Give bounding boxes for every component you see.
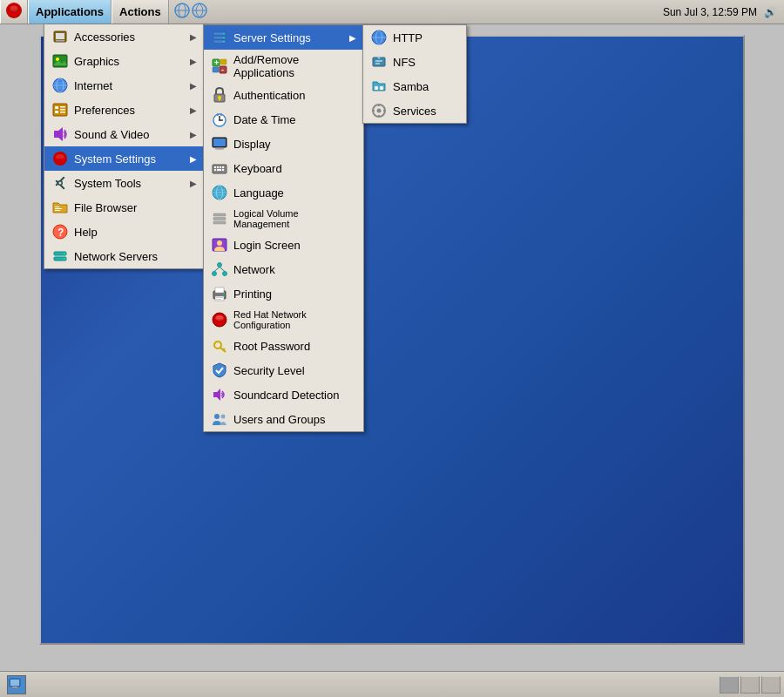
menu-item-preferences[interactable]: Preferences ▶ xyxy=(44,98,204,122)
submenu-item-lvm[interactable]: Logical Volume Management xyxy=(204,205,363,233)
services-icon xyxy=(370,102,388,119)
pager-btn-2[interactable] xyxy=(740,676,760,694)
svg-rect-29 xyxy=(57,159,63,163)
submenu-item-security-level[interactable]: Security Level xyxy=(204,358,363,382)
svg-rect-35 xyxy=(55,208,62,209)
svg-rect-113 xyxy=(375,86,378,90)
menu-item-file-browser[interactable]: File Browser xyxy=(44,195,204,220)
samba-icon xyxy=(370,78,388,95)
svg-rect-71 xyxy=(220,166,221,168)
add-remove-icon: + - xyxy=(211,58,228,75)
actions-menu-btn[interactable]: Actions xyxy=(112,0,169,24)
redhat-icon-btn[interactable] xyxy=(0,0,28,24)
svg-point-104 xyxy=(214,414,220,419)
nfs-icon xyxy=(370,53,388,71)
svg-rect-95 xyxy=(216,299,221,300)
submenu-item-redhat-network[interactable]: Red Hat Network Configuration xyxy=(204,306,363,334)
system-settings-icon xyxy=(51,150,69,167)
svg-rect-34 xyxy=(55,206,59,207)
submenu-item-root-password[interactable]: Root Password xyxy=(204,334,363,358)
svg-point-42 xyxy=(64,258,65,260)
language-label: Language xyxy=(233,186,356,200)
keyboard-icon xyxy=(211,159,228,177)
svg-rect-114 xyxy=(380,86,383,90)
svg-rect-123 xyxy=(12,687,17,687)
svg-point-85 xyxy=(217,240,222,246)
login-screen-icon xyxy=(211,236,228,254)
applications-dropdown: Accessories ▶ Graphics ▶ Internet ▶ xyxy=(44,24,205,269)
system-settings-submenu: Server Settings ▶ + - Add/Remove Applica… xyxy=(203,24,364,432)
menu-item-system-settings[interactable]: System Settings ▶ xyxy=(44,146,204,171)
svg-point-96 xyxy=(223,293,225,294)
preferences-arrow: ▶ xyxy=(190,105,197,115)
submenu-item-printing[interactable]: Printing xyxy=(204,281,363,306)
lvm-label: Logical Volume Management xyxy=(233,208,356,229)
taskbar-left: Applications Actions xyxy=(0,0,213,24)
network-servers-label: Network Servers xyxy=(74,250,197,263)
root-password-icon xyxy=(211,337,228,355)
submenu-item-language[interactable]: Language xyxy=(204,180,363,205)
server-item-services[interactable]: Services xyxy=(363,98,466,123)
globe-icon-1 xyxy=(174,3,190,21)
submenu-item-keyboard[interactable]: Keyboard xyxy=(204,156,363,180)
submenu-item-users-groups[interactable]: Users and Groups xyxy=(204,407,363,431)
system-settings-arrow: ▶ xyxy=(190,154,197,164)
menu-item-network-servers[interactable]: Network Servers xyxy=(44,244,204,268)
menu-item-internet[interactable]: Internet ▶ xyxy=(44,73,204,98)
svg-marker-103 xyxy=(213,389,220,401)
menu-item-sound-video[interactable]: Sound & Video ▶ xyxy=(44,122,204,146)
svg-rect-74 xyxy=(217,169,221,171)
submenu-item-server-settings[interactable]: Server Settings ▶ xyxy=(204,25,363,50)
svg-rect-23 xyxy=(60,106,65,108)
svg-point-99 xyxy=(216,315,223,319)
preferences-label: Preferences xyxy=(74,104,185,117)
svg-rect-66 xyxy=(217,147,222,149)
applications-menu-btn[interactable]: Applications xyxy=(28,0,112,24)
svg-line-102 xyxy=(223,348,225,350)
submenu-item-soundcard[interactable]: Soundcard Detection xyxy=(204,382,363,407)
login-screen-label: Login Screen xyxy=(233,239,356,252)
submenu-item-login-screen[interactable]: Login Screen xyxy=(204,233,363,257)
submenu-item-authentication[interactable]: Authentication xyxy=(204,83,363,107)
svg-point-116 xyxy=(377,109,382,113)
svg-rect-10 xyxy=(56,33,64,39)
svg-rect-72 xyxy=(222,166,224,168)
lvm-icon xyxy=(211,210,228,227)
internet-arrow: ▶ xyxy=(190,81,197,91)
pager-btn-1[interactable] xyxy=(720,676,739,694)
server-item-samba[interactable]: Samba xyxy=(363,74,466,98)
submenu-item-date-time[interactable]: Date & Time xyxy=(204,107,363,132)
svg-line-89 xyxy=(214,267,220,272)
submenu-item-display[interactable]: Display xyxy=(204,132,363,156)
nfs-label: NFS xyxy=(393,56,459,69)
svg-rect-63 xyxy=(220,113,222,116)
menu-item-accessories[interactable]: Accessories ▶ xyxy=(44,24,204,49)
server-item-http[interactable]: HTTP xyxy=(363,25,466,50)
server-item-nfs[interactable]: NFS xyxy=(363,50,466,74)
network-label: Network xyxy=(233,263,356,276)
pager-btn-3[interactable] xyxy=(761,676,781,694)
svg-rect-94 xyxy=(216,297,223,298)
svg-rect-122 xyxy=(10,680,19,686)
submenu-item-add-remove[interactable]: + - Add/Remove Applications xyxy=(204,50,363,83)
graphics-arrow: ▶ xyxy=(190,57,197,66)
svg-rect-24 xyxy=(60,109,65,111)
menu-item-system-tools[interactable]: System Tools ▶ xyxy=(44,171,204,195)
svg-rect-53 xyxy=(213,67,219,72)
taskbar-computer-icon[interactable] xyxy=(7,675,26,694)
services-label: Services xyxy=(393,105,459,118)
help-label: Help xyxy=(74,226,197,239)
svg-rect-67 xyxy=(215,149,224,150)
sound-video-arrow: ▶ xyxy=(190,130,197,139)
svg-rect-124 xyxy=(10,687,19,688)
svg-rect-83 xyxy=(213,221,226,224)
svg-rect-54 xyxy=(220,59,226,64)
date-time-icon xyxy=(211,111,228,128)
menu-item-help[interactable]: ? Help xyxy=(44,220,204,244)
svg-point-46 xyxy=(223,33,225,35)
samba-label: Samba xyxy=(393,80,459,93)
accessories-arrow: ▶ xyxy=(190,32,197,42)
submenu-item-network[interactable]: Network xyxy=(204,257,363,281)
server-settings-submenu: HTTP NFS Samba xyxy=(362,24,467,124)
menu-item-graphics[interactable]: Graphics ▶ xyxy=(44,49,204,73)
